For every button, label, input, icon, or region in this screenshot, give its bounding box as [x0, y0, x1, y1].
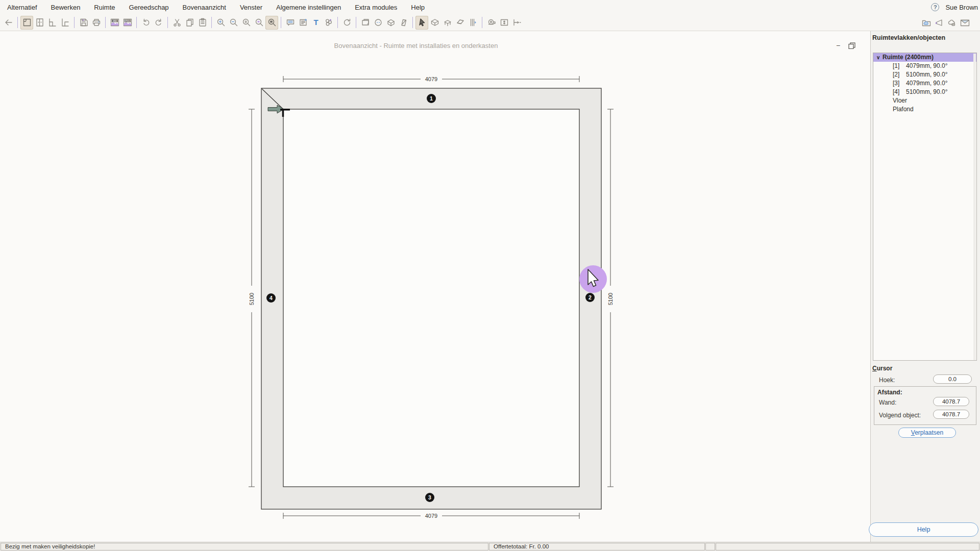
image-pnv-icon[interactable]: PNV — [121, 16, 134, 30]
megaphone-icon[interactable] — [933, 16, 945, 30]
rotate-icon[interactable] — [340, 16, 353, 30]
toolbar-separator — [337, 17, 338, 28]
cut-icon[interactable] — [170, 16, 183, 30]
socket-tool-icon[interactable] — [372, 16, 384, 30]
save-icon[interactable] — [77, 16, 90, 30]
help-button-label: Help — [917, 526, 930, 533]
help-circle-icon[interactable]: ? — [931, 3, 939, 11]
tree-wall-2-row[interactable]: [2] 5100mm, 90.0° — [873, 70, 976, 79]
dimension-inside-icon[interactable] — [498, 16, 510, 30]
toolbar-separator — [105, 17, 106, 28]
mail-icon[interactable] — [958, 16, 971, 30]
toolbar-separator — [136, 17, 137, 28]
toolbar-separator — [482, 17, 482, 28]
worktop-3d-icon[interactable] — [454, 16, 467, 30]
note-icon[interactable] — [297, 16, 309, 30]
wall-measure-icon[interactable] — [467, 16, 479, 30]
furniture-3d-icon[interactable] — [441, 16, 454, 30]
menu-bar: Alternatief Bewerken Ruimte Gereedschap … — [0, 0, 980, 14]
dim-right-label: 5100 — [607, 293, 614, 305]
menu-bovenaanzicht[interactable]: Bovenaanzicht — [183, 4, 226, 11]
text-tool-icon[interactable]: T — [309, 16, 322, 30]
dim-top-label: 4079 — [425, 76, 437, 82]
hoek-label: Hoek: — [879, 377, 895, 384]
tree-wall-1-row[interactable]: [1] 4079mm, 90.0° — [873, 62, 976, 70]
volgend-object-label: Volgend object: — [879, 412, 921, 419]
view-cabinet-icon[interactable] — [33, 16, 46, 30]
menu-gereedschap[interactable]: Gereedschap — [129, 4, 169, 11]
user-name[interactable]: Sue Brown — [945, 4, 978, 11]
wand-label: Wand: — [879, 399, 896, 406]
view-elevation-bottom-icon[interactable] — [59, 16, 71, 30]
drawing-canvas[interactable]: Bovenaanzicht - Ruimte met installaties … — [0, 31, 870, 542]
menu-bewerken[interactable]: Bewerken — [51, 4, 81, 11]
menu-algemene-instellingen[interactable]: Algemene instellingen — [276, 4, 341, 11]
cloud-message-icon[interactable] — [945, 16, 958, 30]
status-cell-small — [705, 543, 715, 550]
tree-root-row[interactable]: ∨ Ruimte (2400mm) — [873, 53, 976, 62]
menu-ruimte[interactable]: Ruimte — [94, 4, 115, 11]
toolbar-separator — [167, 17, 168, 28]
cloud-folder-icon[interactable] — [920, 16, 933, 30]
zoom-original-icon[interactable] — [240, 16, 253, 30]
tree-vloer-row[interactable]: Vloer — [873, 96, 976, 105]
volgend-object-input[interactable]: 4078.7 — [933, 410, 969, 419]
tree-wall-4-row[interactable]: [4] 5100mm, 90.0° — [873, 88, 976, 96]
view-elevation-left-icon[interactable] — [46, 16, 59, 30]
room-walls[interactable] — [261, 88, 601, 509]
mirror-tool-icon[interactable] — [397, 16, 410, 30]
status-message: Bezig met maken veiligheidskopie! — [1, 543, 488, 550]
view-floorplan-icon[interactable] — [20, 16, 33, 30]
help-button[interactable]: Help — [869, 522, 978, 537]
cursor-section-label: Cursor — [872, 365, 892, 372]
menu-alternatief[interactable]: Alternatief — [7, 4, 37, 11]
wand-input[interactable]: 4078.7 — [933, 397, 969, 406]
svg-text:4: 4 — [270, 295, 273, 301]
chevron-down-icon[interactable]: ∨ — [873, 53, 883, 62]
tree-wall-3-row[interactable]: [3] 4079mm, 90.0° — [873, 79, 976, 88]
dim-bottom-label: 4079 — [425, 513, 437, 519]
tape-measure-icon[interactable] — [485, 16, 498, 30]
copy-icon[interactable] — [183, 16, 196, 30]
menu-venster[interactable]: Venster — [240, 4, 262, 11]
undo-icon[interactable] — [139, 16, 152, 30]
tree-item-value: 5100mm, 90.0° — [906, 70, 948, 79]
palette-icon[interactable] — [322, 16, 335, 30]
hoek-input[interactable]: 0.0 — [933, 374, 972, 384]
appliance-tool-icon[interactable] — [384, 16, 397, 30]
room-objects-tree: ∨ Ruimte (2400mm) [1] 4079mm, 90.0° [2] … — [873, 53, 977, 361]
back-icon[interactable] — [2, 16, 15, 30]
window-tool-icon[interactable] — [359, 16, 372, 30]
panel-title: Ruimtevlakken/objecten — [872, 34, 945, 41]
room-3d-icon[interactable] — [428, 16, 441, 30]
print-icon[interactable] — [90, 16, 103, 30]
room-plan-drawing[interactable]: 4079 4079 5100 5100 1 2 3 4 — [0, 31, 870, 542]
dim-left-label: 5100 — [249, 293, 255, 305]
select-cursor-icon[interactable] — [415, 16, 428, 30]
tree-scrollbar[interactable] — [973, 54, 976, 361]
toolbar: 360 PNV T — [0, 14, 980, 31]
afstand-label: Afstand: — [877, 389, 902, 396]
tree-item-value: 4079mm, 90.0° — [906, 62, 948, 70]
toolbar-separator — [17, 17, 18, 28]
zoom-out-icon[interactable] — [227, 16, 240, 30]
redo-icon[interactable] — [152, 16, 165, 30]
dimension-outside-icon[interactable] — [510, 16, 523, 30]
menu-help[interactable]: Help — [411, 4, 425, 11]
tree-item-index: [4] — [893, 88, 906, 96]
tree-plafond-row[interactable]: Plafond — [873, 105, 976, 114]
verplaatsen-button-label: Verplaatsen — [911, 429, 943, 436]
zoom-in-icon[interactable] — [214, 16, 227, 30]
tree-item-value: 4079mm, 90.0° — [906, 79, 948, 88]
zoom-all-icon[interactable] — [265, 16, 278, 30]
comment-icon[interactable] — [284, 16, 297, 30]
image-360-icon[interactable]: 360 — [108, 16, 121, 30]
menu-extra-modules[interactable]: Extra modules — [355, 4, 397, 11]
toolbar-right — [920, 14, 980, 31]
tree-item-value: 5100mm, 90.0° — [906, 88, 948, 96]
paste-icon[interactable] — [196, 16, 209, 30]
svg-text:360: 360 — [112, 20, 116, 22]
zoom-selection-icon[interactable] — [253, 16, 265, 30]
verplaatsen-button[interactable]: Verplaatsen — [898, 428, 956, 438]
svg-text:2: 2 — [589, 294, 592, 300]
